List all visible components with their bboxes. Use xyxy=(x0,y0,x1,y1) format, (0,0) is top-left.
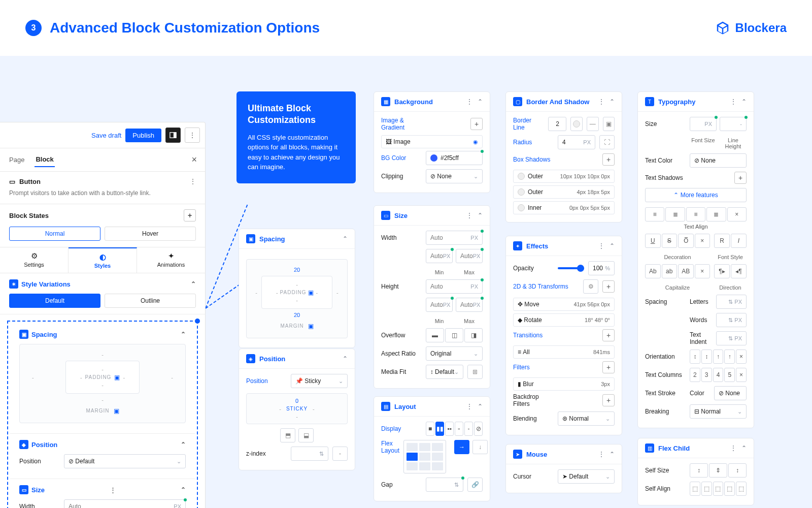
chevron-up-icon[interactable]: ⌃ xyxy=(741,98,747,105)
feature-callout: Ultimate Block Customizations All CSS st… xyxy=(236,91,356,183)
border-panel: ▢Border And Shadow⋮⌃ Border Line 2 — ▣ R… xyxy=(505,91,622,223)
more-features-toggle[interactable]: ⌃ More features xyxy=(645,188,747,202)
position-icon: ◈ xyxy=(19,440,28,449)
position-icon: ◈ xyxy=(246,354,255,363)
overflow-visible-icon[interactable]: ▬ xyxy=(426,328,444,342)
tab-page[interactable]: Page xyxy=(8,153,25,167)
more-icon[interactable]: ⋮ xyxy=(466,212,472,219)
align-top-icon[interactable]: ⬒ xyxy=(280,428,295,442)
add-transition-button[interactable]: + xyxy=(602,329,615,341)
block-description: Prompt visitors to take action with a bu… xyxy=(9,188,190,198)
link-icon[interactable]: 🔗 xyxy=(467,478,483,492)
chevron-up-icon[interactable]: ⌃ xyxy=(610,98,615,105)
chevron-up-icon[interactable]: ⌃ xyxy=(181,486,186,493)
more-icon[interactable]: ⋮ xyxy=(598,98,604,105)
overflow-hidden-icon[interactable]: ◫ xyxy=(445,328,463,342)
flex-child-icon: ▥ xyxy=(645,443,654,453)
mediafit-select[interactable]: ↕ Default⌄ xyxy=(426,365,463,379)
add-shadow-button[interactable]: + xyxy=(602,153,615,166)
block-states-label: Block States xyxy=(9,212,49,219)
chevron-up-icon[interactable]: ⌃ xyxy=(191,280,196,288)
save-draft-link[interactable]: Save draft xyxy=(91,132,121,139)
more-icon[interactable]: ⋮ xyxy=(598,451,604,458)
page-title: Advanced Block Customization Options xyxy=(50,20,320,36)
border-style-icon[interactable]: — xyxy=(587,117,599,131)
more-icon[interactable]: ⋮ xyxy=(730,98,736,105)
variations-icon: ✶ xyxy=(9,279,18,289)
chevron-up-icon[interactable]: ⌃ xyxy=(343,235,348,242)
callout-body: All CSS style customization options for … xyxy=(248,133,345,172)
chevron-up-icon[interactable]: ⌃ xyxy=(343,355,348,362)
bg-color-input[interactable]: #2f5cff xyxy=(426,151,483,165)
spacing-icon: ▣ xyxy=(19,330,28,339)
zindex-input[interactable]: ⇅ xyxy=(291,447,328,461)
publish-button[interactable]: Publish xyxy=(125,129,161,142)
size-panel: ▭Size⋮⌃ WidthAutoPX AutoPXAutoPX MinMax … xyxy=(374,205,490,389)
variation-default[interactable]: Default xyxy=(9,294,100,308)
reset-icon[interactable]: - xyxy=(332,447,348,461)
bg-image-item[interactable]: 🖼 Image◉ xyxy=(381,135,483,148)
more-icon[interactable]: ⋮ xyxy=(730,444,736,452)
block-more-icon[interactable]: ⋮ xyxy=(190,178,196,185)
state-hover[interactable]: Hover xyxy=(105,227,196,241)
chevron-up-icon[interactable]: ⌃ xyxy=(741,444,747,452)
spacing-panel: ▣Spacing⌃ 20 - - -PADDING▣- - - 20 MARGI… xyxy=(239,229,355,348)
border-sides-icon[interactable]: ▣ xyxy=(603,117,615,131)
close-icon[interactable]: × xyxy=(191,154,197,165)
chevron-up-icon[interactable]: ⌃ xyxy=(478,98,483,105)
variation-outline[interactable]: Outline xyxy=(105,294,196,308)
aspect-select[interactable]: Original⌄ xyxy=(426,346,483,361)
chevron-up-icon[interactable]: ⌃ xyxy=(181,331,186,338)
block-name: Button xyxy=(19,178,41,185)
opacity-slider[interactable] xyxy=(558,267,584,269)
position-panel: ◈Position⌃ Position 📌 Sticky⌄ 0 -STICKY-… xyxy=(239,348,355,470)
overflow-scroll-icon[interactable]: ◨ xyxy=(464,328,483,342)
flex-align-grid[interactable] xyxy=(403,440,446,473)
add-backdrop-button[interactable]: + xyxy=(602,394,615,406)
chevron-up-icon[interactable]: ⌃ xyxy=(610,242,615,249)
chevron-up-icon[interactable]: ⌃ xyxy=(478,212,483,219)
state-normal[interactable]: Normal xyxy=(9,227,100,241)
chevron-up-icon[interactable]: ⌃ xyxy=(610,451,615,458)
more-icon[interactable]: ⋮ xyxy=(466,98,472,105)
more-icon[interactable]: ⋮ xyxy=(598,242,604,249)
width-input[interactable]: AutoPX xyxy=(64,499,186,508)
border-icon: ▢ xyxy=(513,97,522,106)
tab-animations[interactable]: ✦Animations xyxy=(137,247,205,273)
position-select[interactable]: 📌 Sticky⌄ xyxy=(291,374,348,388)
transition-icon: ≡ xyxy=(518,348,521,356)
clipping-select[interactable]: ⊘ None⌄ xyxy=(426,169,483,183)
width-input[interactable]: AutoPX xyxy=(426,231,483,245)
add-transform-button[interactable]: + xyxy=(602,280,615,293)
callout-title: Ultimate Block Customizations xyxy=(248,103,345,126)
add-state-button[interactable]: + xyxy=(184,209,196,221)
page-header: 3 Advanced Block Customization Options B… xyxy=(0,0,812,56)
size-icon: ▭ xyxy=(381,211,390,220)
add-bg-button[interactable]: + xyxy=(470,118,483,130)
spacing-icon: ▣ xyxy=(246,234,255,243)
blur-icon: ▮ xyxy=(518,380,521,388)
border-color-icon[interactable] xyxy=(570,117,583,131)
height-input[interactable]: AutoPX xyxy=(426,279,483,294)
radius-corners-icon[interactable]: ⛶ xyxy=(599,135,615,149)
view-toggle-icon[interactable] xyxy=(165,128,181,143)
blending-select[interactable]: ⊛ Normal⌄ xyxy=(558,411,615,426)
grid-position-icon[interactable]: ⊞ xyxy=(467,365,483,379)
gear-icon[interactable]: ⚙ xyxy=(583,279,598,294)
position-select[interactable]: ⊘ Default⌄ xyxy=(64,454,186,468)
tab-block[interactable]: Block xyxy=(35,152,54,167)
direction-col-icon[interactable]: ↓ xyxy=(472,440,488,454)
more-options-icon[interactable]: ⋮ xyxy=(185,128,200,143)
chevron-up-icon[interactable]: ⌃ xyxy=(478,403,483,410)
chevron-up-icon[interactable]: ⌃ xyxy=(181,441,186,448)
tab-styles[interactable]: ◐Styles xyxy=(69,247,137,273)
cube-icon xyxy=(715,20,730,36)
more-icon[interactable]: ⋮ xyxy=(466,403,472,410)
add-filter-button[interactable]: + xyxy=(602,361,615,373)
tab-settings[interactable]: ⚙Settings xyxy=(0,247,69,273)
direction-row-icon[interactable]: → xyxy=(454,440,469,454)
align-bottom-icon[interactable]: ⬓ xyxy=(298,428,314,442)
move-icon: ✥ xyxy=(518,301,523,308)
gap-input[interactable]: ⇅ xyxy=(426,478,463,492)
cursor-select[interactable]: ➤ Default⌄ xyxy=(558,469,615,484)
